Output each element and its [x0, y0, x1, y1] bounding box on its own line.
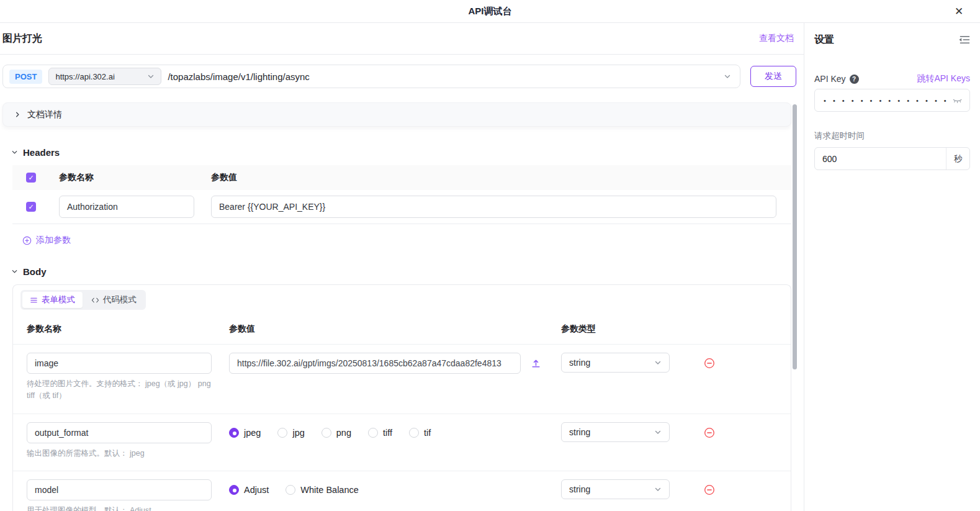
timeout-unit: 秒: [946, 148, 969, 170]
radio-option[interactable]: png: [321, 428, 351, 438]
param-type-value: string: [569, 358, 590, 368]
radio-dot: [285, 485, 295, 495]
help-icon[interactable]: ?: [850, 75, 859, 84]
column-header-name: 参数名称: [59, 172, 211, 183]
column-header-value: 参数值: [211, 172, 776, 183]
column-header-value: 参数值: [229, 323, 561, 335]
radio-option[interactable]: jpg: [277, 428, 304, 438]
delete-row-icon[interactable]: [704, 358, 715, 369]
tab-code-mode-label: 代码模式: [103, 294, 137, 305]
radio-dot: [229, 428, 239, 438]
radio-option[interactable]: tif: [409, 428, 431, 438]
chevron-down-icon: [147, 73, 155, 80]
param-type-select[interactable]: string: [561, 353, 670, 373]
page-title: 图片打光: [2, 32, 42, 45]
timeout-label: 请求超时时间: [814, 130, 970, 142]
param-type-select[interactable]: string: [561, 422, 670, 442]
radio-label: jpeg: [244, 428, 261, 438]
param-row-output-format: output_format 输出图像的所需格式。默认： jpeg jpeg jp…: [13, 414, 791, 471]
timeout-input[interactable]: 600: [815, 148, 946, 170]
radio-option[interactable]: jpeg: [229, 428, 261, 438]
chevron-down-icon: [11, 268, 18, 275]
method-badge: POST: [9, 70, 42, 84]
delete-row-icon[interactable]: [704, 427, 715, 438]
window-title: API调试台: [468, 6, 511, 17]
param-type-value: string: [569, 427, 590, 437]
api-key-input[interactable]: • • • • • • • • • • • • • • • •: [814, 89, 970, 112]
api-key-label: API Key: [814, 74, 846, 84]
page-header: 图片打光 查看文档: [0, 23, 804, 55]
select-all-checkbox[interactable]: ✓: [26, 173, 36, 183]
output-format-radio-group: jpeg jpg png tiff tif: [229, 422, 431, 443]
param-name-input[interactable]: model: [27, 479, 212, 500]
header-row: ✓ Authorization Bearer {{YOUR_API_KEY}}: [12, 190, 791, 224]
vertical-scrollbar[interactable]: [793, 104, 797, 369]
add-param-button[interactable]: 添加参数: [22, 235, 804, 246]
chevron-down-icon: [654, 428, 662, 436]
param-description: 待处理的图片文件。支持的格式： jpeg（或 jpg） png tiff（或 t…: [27, 378, 218, 402]
settings-title: 设置: [814, 34, 834, 47]
close-icon[interactable]: ✕: [953, 5, 965, 17]
param-name-input[interactable]: output_format: [27, 422, 212, 443]
delete-row-icon[interactable]: [704, 484, 715, 495]
chevron-down-icon: [654, 359, 662, 366]
chevron-down-icon: [11, 149, 18, 156]
path-input[interactable]: /topazlabs/image/v1/lighting/async: [168, 71, 717, 82]
body-card: 表单模式 代码模式 参数名称 参数值 参数类型: [12, 284, 791, 511]
headers-table: ✓ 参数名称 参数值 ✓ Authorization Bearer {{YOUR…: [12, 165, 791, 224]
add-param-label: 添加参数: [36, 235, 71, 246]
chevron-down-icon[interactable]: [724, 73, 731, 80]
titlebar: API调试台 ✕: [0, 0, 980, 23]
param-name-input[interactable]: image: [27, 353, 212, 374]
radio-label: White Balance: [300, 485, 359, 495]
body-section-title: Body: [23, 266, 47, 277]
radio-dot: [277, 428, 287, 438]
param-value-input[interactable]: https://file.302.ai/gpt/imgs/20250813/16…: [229, 353, 521, 374]
param-type-select[interactable]: string: [561, 479, 670, 499]
api-key-masked-value: • • • • • • • • • • • • • • • •: [824, 97, 953, 104]
header-name-input[interactable]: Authorization: [59, 196, 194, 218]
headers-section-toggle[interactable]: Headers: [11, 147, 804, 158]
column-header-type: 参数类型: [561, 323, 791, 335]
headers-table-head: ✓ 参数名称 参数值: [12, 165, 791, 190]
radio-dot: [321, 428, 331, 438]
model-radio-group: Adjust White Balance: [229, 479, 359, 500]
header-value-input[interactable]: Bearer {{YOUR_API_KEY}}: [211, 196, 776, 218]
param-row-model: model 用于处理图像的模型。默认： Adjust Adjust White …: [13, 471, 791, 511]
tab-code-mode[interactable]: 代码模式: [84, 292, 144, 308]
chevron-right-icon: [14, 111, 21, 118]
radio-label: tif: [424, 428, 431, 438]
list-icon: [30, 296, 38, 304]
doc-details-label: 文档详情: [27, 109, 62, 120]
radio-label: jpg: [292, 428, 304, 438]
radio-dot: [368, 428, 378, 438]
code-icon: [91, 296, 99, 304]
doc-details-toggle[interactable]: 文档详情: [2, 102, 791, 127]
jump-api-keys-link[interactable]: 跳转API Keys: [917, 73, 970, 84]
radio-label: Adjust: [244, 485, 269, 495]
column-header-name: 参数名称: [27, 323, 229, 335]
param-description: 输出图像的所需格式。默认： jpeg: [27, 448, 218, 459]
tab-form-mode[interactable]: 表单模式: [22, 292, 83, 308]
base-url-value: https://api.302.ai: [55, 72, 114, 81]
body-mode-tabs: 表单模式 代码模式: [13, 285, 791, 314]
radio-option[interactable]: Adjust: [229, 485, 269, 495]
base-url-select[interactable]: https://api.302.ai: [48, 68, 161, 85]
radio-option[interactable]: White Balance: [285, 485, 359, 495]
param-row-image: image 待处理的图片文件。支持的格式： jpeg（或 jpg） png ti…: [13, 345, 791, 414]
send-button[interactable]: 发送: [750, 66, 796, 87]
upload-icon[interactable]: [531, 358, 541, 369]
settings-panel: 设置 API Key ? 跳转API Keys • • • • • • • • …: [804, 23, 980, 511]
view-docs-link[interactable]: 查看文档: [759, 33, 794, 44]
row-checkbox[interactable]: ✓: [26, 202, 36, 212]
request-bar: POST https://api.302.ai /topazlabs/image…: [2, 65, 796, 88]
radio-label: png: [336, 428, 351, 438]
eye-closed-icon[interactable]: [953, 96, 962, 105]
radio-option[interactable]: tiff: [368, 428, 392, 438]
url-box: POST https://api.302.ai /topazlabs/image…: [2, 65, 740, 88]
collapse-panel-icon[interactable]: [958, 35, 970, 45]
body-section-toggle[interactable]: Body: [11, 266, 804, 277]
api-debug-window: API调试台 ✕ 图片打光 查看文档 POST https://api.302.…: [0, 0, 980, 511]
headers-section-title: Headers: [23, 147, 60, 158]
radio-dot: [409, 428, 419, 438]
